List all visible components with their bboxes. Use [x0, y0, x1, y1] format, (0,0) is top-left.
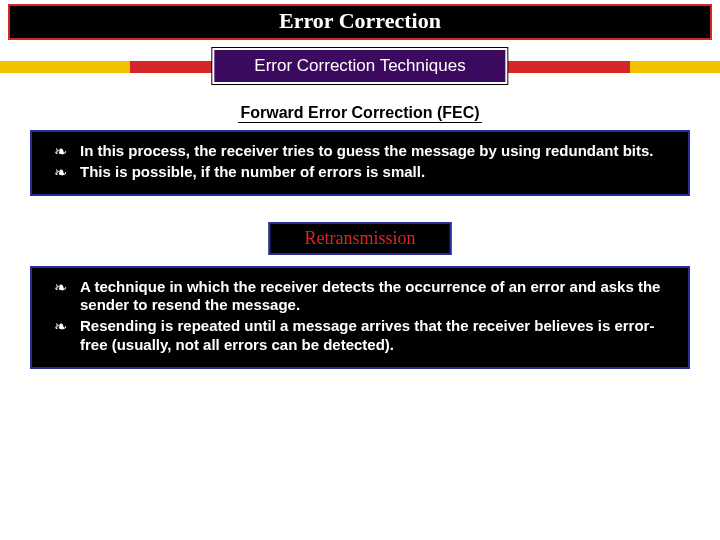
subtitle-row: Error Correction Techniques — [0, 48, 720, 86]
bullet-list: In this process, the receiver tries to g… — [44, 142, 676, 182]
bullet-box-retrans: A technique in which the receiver detect… — [30, 266, 690, 369]
slide-title: Error Correction — [8, 4, 712, 40]
section-heading-retrans: Retransmission — [269, 222, 452, 255]
stripe-segment — [630, 61, 720, 73]
section-heading-text: Forward Error Correction (FEC) — [238, 104, 481, 123]
list-item: Resending is repeated until a message ar… — [80, 317, 676, 355]
subtitle-text: Error Correction Techniques — [254, 56, 465, 76]
bullet-box-fec: In this process, the receiver tries to g… — [30, 130, 690, 196]
slide: Error Correction Error Correction Techni… — [0, 4, 720, 540]
section-heading-fec: Forward Error Correction (FEC) — [0, 104, 720, 122]
list-item: A technique in which the receiver detect… — [80, 278, 676, 316]
section-heading-retrans-row: Retransmission — [0, 222, 720, 258]
list-item: In this process, the receiver tries to g… — [80, 142, 676, 161]
stripe-segment — [0, 61, 130, 73]
list-item: This is possible, if the number of error… — [80, 163, 676, 182]
bullet-list: A technique in which the receiver detect… — [44, 278, 676, 355]
subtitle-box: Error Correction Techniques — [212, 48, 507, 84]
